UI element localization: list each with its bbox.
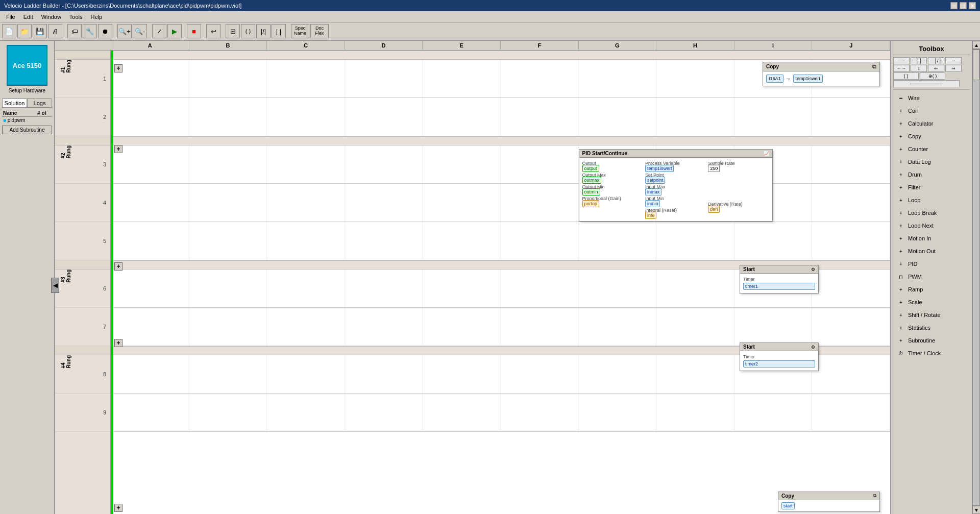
cell-9-g [579, 394, 657, 431]
sub-name[interactable]: ■ pidpwm [2, 117, 36, 124]
row-numbers: Rung #1 1 2 Rung #2 3 4 5 Rung #3 6 7 [55, 51, 111, 514]
toolbox-ramp[interactable]: + Ramp [893, 283, 970, 296]
run-button[interactable]: ▶ [167, 24, 182, 38]
tab-logs[interactable]: Logs [27, 99, 52, 108]
wire-pat-4[interactable]: → [945, 57, 962, 64]
save-button[interactable]: 💾 [33, 24, 47, 38]
ladder-body: Rung #1 1 2 Rung #2 3 4 5 Rung #3 6 7 [55, 51, 890, 514]
wire-pat-7[interactable]: ⇐ [928, 65, 944, 72]
menu-edit[interactable]: Edit [19, 13, 37, 21]
toolbox-timerclock[interactable]: ⏱ Timer / Clock [893, 347, 970, 359]
plus-rung2[interactable]: + [114, 145, 122, 153]
toolbox-copy[interactable]: + Copy [893, 130, 970, 142]
copy-input-tag[interactable]: I16A1 [766, 75, 783, 83]
collapse-sidebar-button[interactable]: ◀ [51, 278, 59, 293]
minimize-button[interactable]: ─ [950, 2, 958, 9]
toolbox-loop[interactable]: + Loop [893, 194, 970, 206]
wire-pat-3[interactable]: ─┤/├ [928, 57, 944, 64]
toolbox-shiftrotate[interactable]: + Shift / Rotate [893, 309, 970, 321]
wire-pat-6[interactable]: ↕ [911, 65, 927, 72]
pid-sr-val[interactable]: 250 [708, 165, 720, 172]
toolbox-motionout[interactable]: + Motion Out [893, 245, 970, 257]
cell-2-h [656, 98, 734, 136]
wire-pat-5[interactable]: ←→ [893, 65, 910, 72]
plus-rung3[interactable]: + [114, 262, 122, 271]
contact-button[interactable]: |/| [256, 24, 271, 38]
toolbox-motionin[interactable]: + Motion In [893, 232, 970, 244]
timer2-tag[interactable]: timer2 [743, 360, 815, 368]
menu-tools[interactable]: Tools [65, 13, 87, 21]
toggle-button[interactable]: ⊞ [226, 24, 240, 38]
record-button[interactable]: ⏺ [98, 24, 112, 38]
window-controls[interactable]: ─ □ ✕ [950, 2, 976, 9]
pid-int-tag[interactable]: inte [645, 212, 657, 219]
toolbox-loopnext[interactable]: + Loop Next [893, 219, 970, 232]
toolbox-subroutine[interactable]: + Subroutine [893, 334, 970, 347]
tools-button[interactable]: 🔧 [83, 24, 97, 38]
pid-inmax-tag[interactable]: inmax [645, 188, 662, 195]
plus-rung5[interactable]: + [114, 504, 122, 512]
copy-rung5-input-tag[interactable]: start [781, 502, 795, 509]
add-subroutine-button[interactable]: Add Subroutine [2, 126, 52, 134]
pid-prop-tag[interactable]: portop [582, 200, 600, 207]
open-button[interactable]: 📁 [17, 24, 32, 38]
coil-button[interactable]: ( ) [241, 24, 255, 38]
check-button[interactable]: ✓ [152, 24, 166, 38]
zoom-in-button[interactable]: 🔍+ [117, 24, 132, 38]
pid-der-tag[interactable]: deri [708, 206, 720, 213]
toolbox-counter[interactable]: + Counter [893, 143, 970, 155]
pid-pv-tag[interactable]: temp1iswert [645, 165, 674, 172]
print-button[interactable]: 🖨 [48, 24, 62, 38]
scroll-down-arrow[interactable]: ▼ [972, 506, 980, 514]
doc-label[interactable]: DocFlex [310, 24, 329, 38]
toolbox-drum[interactable]: + Drum [893, 168, 970, 181]
toolbox-loopbreak[interactable]: + Loop Break [893, 207, 970, 219]
new-button[interactable]: 📄 [2, 24, 16, 38]
wire-pat-2[interactable]: ─┤├─ [911, 57, 927, 64]
wire-pat-1[interactable]: ── [893, 57, 910, 64]
toolbox-calculator[interactable]: + Calculator [893, 117, 970, 130]
toolbox-wire[interactable]: ━ Wire [893, 92, 970, 104]
cell-7-h [656, 308, 734, 346]
scroll-track[interactable] [972, 49, 980, 506]
plus-rung4[interactable]: + [114, 339, 122, 347]
toolbox-filter[interactable]: + Filter [893, 181, 970, 193]
pid-outmin-tag[interactable]: outmin [582, 188, 600, 195]
timer1-tag[interactable]: timer1 [743, 283, 815, 290]
subroutine-icon: + [896, 336, 906, 345]
tab-solution[interactable]: Solution [2, 99, 27, 108]
pid-sp-tag[interactable]: setpoint [645, 177, 666, 184]
toolbox-coil[interactable]: + Coil [893, 105, 970, 117]
toolbox-pwm[interactable]: ⊓ PWM [893, 271, 970, 283]
menu-help[interactable]: Help [87, 13, 107, 21]
stop-button[interactable]: ■ [187, 24, 201, 38]
wire-pat-8[interactable]: ⇒ [945, 65, 962, 72]
pid-outmax-tag[interactable]: outmax [582, 177, 602, 184]
col-header-e: E [423, 41, 501, 50]
plus-rung1[interactable]: + [114, 64, 122, 72]
toolbox-datalog[interactable]: + Data Log [893, 156, 970, 168]
menu-window[interactable]: Window [37, 13, 65, 21]
tag-button[interactable]: 🏷 [67, 24, 82, 38]
undo-button[interactable]: ↩ [206, 24, 220, 38]
maximize-button[interactable]: □ [960, 2, 967, 9]
toolbox-statistics[interactable]: + Statistics [893, 322, 970, 334]
toolbox-pid[interactable]: + PID [893, 258, 970, 270]
scroll-up-arrow[interactable]: ▲ [972, 41, 980, 49]
toolbox-scale[interactable]: + Scale [893, 296, 970, 308]
pid-inmin-tag[interactable]: inmin [645, 200, 660, 207]
spec-label[interactable]: SpecName [291, 24, 309, 38]
wire-pat-11[interactable]: ────────── [893, 80, 960, 87]
zoom-out-button[interactable]: 🔍- [133, 24, 147, 38]
pid-output-tag[interactable]: output [582, 165, 599, 172]
copy-output-tag[interactable]: temp1iswert [793, 75, 823, 83]
col-header-f: F [501, 41, 579, 50]
close-button[interactable]: ✕ [969, 2, 976, 9]
contact2-button[interactable]: | | [272, 24, 286, 38]
wire-pat-10[interactable]: ⊕( ) [920, 72, 945, 80]
device-subtitle: Setup Hardware [9, 88, 45, 93]
wire-pat-9[interactable]: ( ) [893, 72, 919, 80]
cell-8-d [345, 355, 423, 393]
scroll-thumb[interactable] [973, 50, 979, 80]
menu-file[interactable]: File [2, 13, 19, 21]
